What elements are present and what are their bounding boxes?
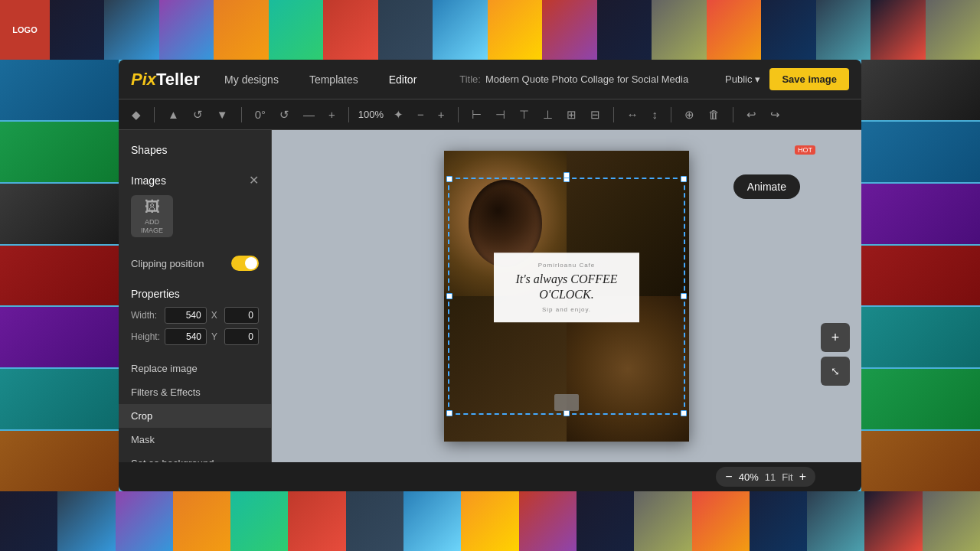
top-thumb-9[interactable] <box>488 0 542 60</box>
right-thumb-4[interactable] <box>861 246 980 306</box>
top-thumb-3[interactable] <box>159 0 214 60</box>
left-thumb-6[interactable] <box>0 369 119 429</box>
top-thumb-4[interactable] <box>214 0 268 60</box>
set-background-item[interactable]: Set as background <box>119 452 271 462</box>
canvas-expand-icon[interactable]: ⤡ <box>821 357 850 386</box>
zoom-fit-button[interactable]: Fit <box>782 471 792 483</box>
visibility-button[interactable]: Public ▾ <box>725 73 760 85</box>
canvas-add-icon[interactable]: + <box>821 323 850 352</box>
bottom-thumb-4[interactable] <box>173 491 230 551</box>
bottom-thumb-3[interactable] <box>116 491 173 551</box>
opacity-plus-icon[interactable]: + <box>434 106 449 123</box>
nav-editor[interactable]: Editor <box>383 70 423 89</box>
top-thumb-13[interactable] <box>707 0 761 60</box>
left-thumb-5[interactable] <box>0 307 119 367</box>
shapes-section-title[interactable]: Shapes <box>119 139 271 161</box>
bottom-thumb-10[interactable] <box>519 491 577 551</box>
bottom-thumb-16[interactable] <box>864 491 922 551</box>
align-center-v-icon[interactable]: ⊞ <box>563 106 580 124</box>
canvas-right-icons: + ⤡ <box>821 323 850 386</box>
y-input[interactable] <box>224 328 259 345</box>
x-input[interactable] <box>224 307 259 324</box>
add-element-icon[interactable]: ⊕ <box>681 106 698 124</box>
top-thumb-8[interactable] <box>433 0 487 60</box>
flip-v-icon[interactable]: ↕ <box>648 106 662 123</box>
flip-h-icon[interactable]: ↔ <box>623 106 642 123</box>
align-bottom-icon[interactable]: ⊟ <box>586 106 604 124</box>
left-thumb-2[interactable] <box>0 122 119 182</box>
top-thumb-10[interactable] <box>542 0 596 60</box>
crop-item[interactable]: Crop <box>119 404 271 428</box>
top-thumb-1[interactable] <box>50 0 104 60</box>
right-thumb-2[interactable] <box>861 122 980 182</box>
undo-icon[interactable]: ↩ <box>743 106 760 124</box>
move-up-icon[interactable]: ▲ <box>164 106 183 123</box>
align-center-h-icon[interactable]: ⊣ <box>492 106 509 124</box>
bottom-thumb-7[interactable] <box>346 491 403 551</box>
fill-color-icon[interactable]: ◆ <box>128 106 145 124</box>
right-thumb-6[interactable] <box>861 369 980 429</box>
nav-my-designs[interactable]: My designs <box>218 70 285 89</box>
bottom-thumb-14[interactable] <box>750 491 807 551</box>
add-image-button[interactable]: 🖼 ADDIMAGE <box>131 195 173 237</box>
top-thumb-12[interactable] <box>652 0 706 60</box>
right-thumb-7[interactable] <box>861 431 980 491</box>
bottom-thumb-6[interactable] <box>288 491 345 551</box>
title-label: Title: <box>459 73 481 85</box>
clipping-label: Clipping position <box>131 258 204 269</box>
move-down-icon[interactable]: ▼ <box>213 106 232 123</box>
left-thumb-3[interactable] <box>0 184 119 244</box>
plus-icon[interactable]: + <box>325 106 339 123</box>
right-thumb-1[interactable] <box>861 60 980 120</box>
rotate-ccw-icon[interactable]: ↺ <box>276 106 293 124</box>
bottom-thumb-1[interactable] <box>0 491 57 551</box>
right-thumb-3[interactable] <box>861 184 980 244</box>
bottom-thumb-17[interactable] <box>923 491 980 551</box>
bottom-thumb-11[interactable] <box>577 491 634 551</box>
filters-effects-item[interactable]: Filters & Effects <box>119 380 271 404</box>
align-left-icon[interactable]: ⊢ <box>468 106 485 124</box>
top-thumb-6[interactable] <box>323 0 377 60</box>
width-input[interactable] <box>165 307 207 324</box>
canvas-area[interactable]: Animate HOT <box>272 130 861 462</box>
left-thumb-7[interactable] <box>0 431 119 491</box>
align-right-icon[interactable]: ⊤ <box>515 106 533 124</box>
top-thumb-2[interactable] <box>104 0 158 60</box>
top-thumb-15[interactable] <box>816 0 871 60</box>
minus-icon[interactable]: — <box>299 106 318 123</box>
left-thumb-4[interactable] <box>0 246 119 306</box>
save-image-button[interactable]: Save image <box>769 68 849 90</box>
height-input[interactable] <box>165 328 207 345</box>
bottom-thumb-9[interactable] <box>461 491 518 551</box>
clipping-toggle[interactable] <box>231 256 259 271</box>
logo-teller: Teller <box>156 70 200 89</box>
zoom-minus-button[interactable]: − <box>725 470 732 484</box>
top-thumb-7[interactable] <box>378 0 433 60</box>
redo-icon[interactable]: ↪ <box>766 106 784 124</box>
width-row: Width: X <box>119 305 271 326</box>
left-thumb-1[interactable] <box>0 60 119 120</box>
close-icon[interactable]: ✕ <box>249 173 259 187</box>
top-thumb-16[interactable] <box>871 0 925 60</box>
nav-templates[interactable]: Templates <box>303 70 364 89</box>
bottom-thumb-15[interactable] <box>807 491 864 551</box>
bottom-thumb-2[interactable] <box>57 491 115 551</box>
align-top-icon[interactable]: ⊥ <box>539 106 557 124</box>
right-thumb-5[interactable] <box>861 307 980 367</box>
top-thumb-14[interactable] <box>761 0 815 60</box>
bottom-thumb-12[interactable] <box>634 491 691 551</box>
replace-image-item[interactable]: Replace image <box>119 357 271 380</box>
top-thumb-17[interactable] <box>926 0 980 60</box>
zoom-plus-button[interactable]: + <box>799 470 806 484</box>
delete-element-icon[interactable]: 🗑 <box>704 106 724 123</box>
opacity-minus-icon[interactable]: − <box>413 106 428 123</box>
mask-item[interactable]: Mask <box>119 428 271 452</box>
animate-button[interactable]: Animate <box>733 174 800 199</box>
top-thumb-5[interactable] <box>269 0 323 60</box>
bottom-thumb-8[interactable] <box>403 491 461 551</box>
top-thumb-11[interactable] <box>597 0 652 60</box>
opacity-icon[interactable]: ✦ <box>390 106 407 124</box>
bottom-thumb-5[interactable] <box>230 491 288 551</box>
rotate-icon[interactable]: ↺ <box>189 106 207 124</box>
bottom-thumb-13[interactable] <box>692 491 750 551</box>
